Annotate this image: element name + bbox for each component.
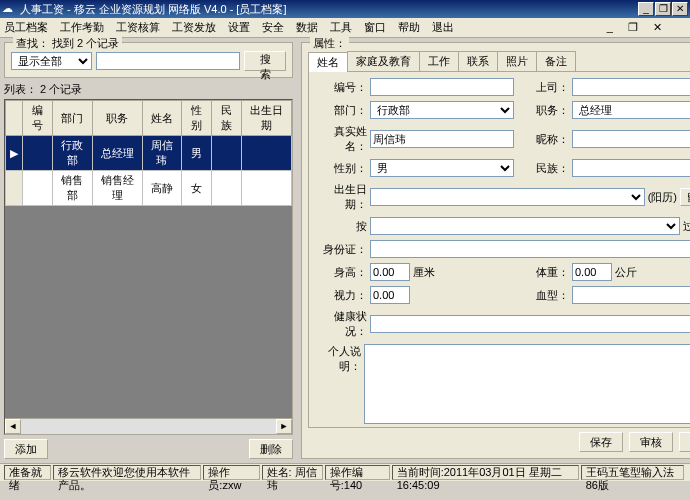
col-dept[interactable]: 部门 (52, 101, 92, 136)
status-ready: 准备就绪 (4, 465, 51, 480)
col-id[interactable]: 编号 (23, 101, 53, 136)
grid-corner (6, 101, 23, 136)
status-welcome: 移云软件欢迎您使用本软件产品。 (53, 465, 201, 480)
properties-label: 属性： (310, 36, 349, 51)
lbl-nick: 昵称： (517, 132, 569, 147)
fld-realname[interactable] (370, 130, 514, 148)
close-window-button[interactable]: ✕ (672, 2, 688, 16)
fld-nick[interactable] (572, 130, 690, 148)
tab-photo[interactable]: 照片 (497, 51, 537, 71)
fld-ethnic[interactable] (572, 159, 690, 177)
delete-button[interactable]: 删除 (249, 439, 293, 459)
menu-salary-calc[interactable]: 工资核算 (116, 20, 160, 35)
tab-work[interactable]: 工作 (419, 51, 459, 71)
mdi-close-button[interactable]: ✕ (653, 21, 662, 34)
employee-grid[interactable]: 编号 部门 职务 姓名 性别 民族 出生日期 ▶行政部总经理周信玮男销售部销售经… (4, 99, 293, 435)
lbl-height: 身高： (315, 265, 367, 280)
col-sex[interactable]: 性别 (182, 101, 212, 136)
lbl-ethnic: 民族： (517, 161, 569, 176)
save-button[interactable]: 保存 (579, 432, 623, 452)
search-button[interactable]: 搜索 (244, 51, 286, 71)
fld-sex[interactable]: 男 (370, 159, 514, 177)
lbl-eyesight: 视力： (315, 288, 367, 303)
col-ethnic[interactable]: 民族 (212, 101, 242, 136)
lbl-boss: 上司： (517, 80, 569, 95)
tab-remark[interactable]: 备注 (536, 51, 576, 71)
close-button[interactable]: 关闭 (679, 432, 690, 452)
lbl-idcard: 身份证： (315, 242, 367, 257)
menu-tools[interactable]: 工具 (330, 20, 352, 35)
restore-button[interactable]: ❐ (655, 2, 671, 16)
col-name[interactable]: 姓名 (142, 101, 182, 136)
birth-note: (阳历) (648, 190, 677, 205)
title-bar: ☁ 人事工资 - 移云 企业资源规划 网络版 V4.0 - [员工档案] _ ❐… (0, 0, 690, 18)
status-name: 姓名: 周信玮 (262, 465, 323, 480)
lbl-health: 健康状况： (315, 309, 367, 339)
list-label: 列表： (4, 83, 37, 95)
table-row[interactable]: 销售部销售经理高静女 (6, 171, 292, 206)
minimize-button[interactable]: _ (638, 2, 654, 16)
fld-blood[interactable] (572, 286, 690, 304)
lbl-id: 编号： (315, 80, 367, 95)
status-time: 当前时间:2011年03月01日 星期二 16:45:09 (392, 465, 579, 480)
review-button[interactable]: 审核 (629, 432, 673, 452)
form-panel: 编号： 上司： 部门：行政部 职务：总经理 真实姓名： 昵称： 性别：男 民族：… (308, 72, 690, 428)
mdi-min-button[interactable]: _ (607, 21, 613, 33)
lbl-sex: 性别： (315, 161, 367, 176)
fld-boss[interactable] (572, 78, 690, 96)
menu-exit[interactable]: 退出 (432, 20, 454, 35)
lbl-job: 职务： (517, 103, 569, 118)
unit-kg: 公斤 (615, 265, 637, 280)
menu-help[interactable]: 帮助 (398, 20, 420, 35)
fld-weight[interactable] (572, 263, 612, 281)
tab-name[interactable]: 姓名 (308, 52, 348, 72)
search-group: 查找： 找到 2 个记录 显示全部 搜索 (4, 42, 293, 78)
properties-group: 属性： 姓名 家庭及教育 工作 联系 照片 备注 编号： 上司： 部门：行政部 … (301, 42, 690, 459)
add-button[interactable]: 添加 (4, 439, 48, 459)
search-input[interactable] (96, 52, 240, 70)
scroll-right-icon[interactable]: ► (276, 419, 292, 434)
fld-idcard[interactable] (370, 240, 690, 258)
fld-health[interactable] (370, 315, 690, 333)
search-label: 查找： (16, 37, 49, 49)
fld-dept[interactable]: 行政部 (370, 101, 514, 119)
fld-desc[interactable] (364, 344, 690, 424)
unit-cm: 厘米 (413, 265, 435, 280)
fld-id[interactable] (370, 78, 514, 96)
fld-birthday-by[interactable] (370, 217, 680, 235)
birth-clear-button[interactable]: 留空 (680, 188, 690, 206)
lbl-birthday: 过生日 (683, 219, 690, 234)
app-icon: ☁ (2, 2, 16, 16)
fld-eyesight[interactable] (370, 286, 410, 304)
menu-window[interactable]: 窗口 (364, 20, 386, 35)
col-birth[interactable]: 出生日期 (242, 101, 292, 136)
menu-salary-pay[interactable]: 工资发放 (172, 20, 216, 35)
menu-attendance[interactable]: 工作考勤 (60, 20, 104, 35)
menu-security[interactable]: 安全 (262, 20, 284, 35)
mdi-restore-button[interactable]: ❐ (628, 21, 638, 34)
fld-birth[interactable] (370, 188, 645, 206)
lbl-weight: 体重： (517, 265, 569, 280)
fld-height[interactable] (370, 263, 410, 281)
status-ime: 王码五笔型输入法86版 (581, 465, 684, 480)
window-title: 人事工资 - 移云 企业资源规划 网络版 V4.0 - [员工档案] (20, 2, 638, 17)
lbl-by: 按 (315, 219, 367, 234)
tab-family[interactable]: 家庭及教育 (347, 51, 420, 71)
search-mode-select[interactable]: 显示全部 (11, 52, 92, 70)
status-operator: 操作员:zxw (203, 465, 259, 480)
search-count: 找到 2 个记录 (52, 37, 119, 49)
tab-contact[interactable]: 联系 (458, 51, 498, 71)
grid-hscroll[interactable]: ◄► (5, 418, 292, 434)
scroll-left-icon[interactable]: ◄ (5, 419, 21, 434)
menu-bar: 员工档案 工作考勤 工资核算 工资发放 设置 安全 数据 工具 窗口 帮助 退出… (0, 18, 690, 38)
menu-employee[interactable]: 员工档案 (4, 20, 48, 35)
fld-job[interactable]: 总经理 (572, 101, 690, 119)
menu-settings[interactable]: 设置 (228, 20, 250, 35)
table-row[interactable]: ▶行政部总经理周信玮男 (6, 136, 292, 171)
lbl-birth: 出生日期： (315, 182, 367, 212)
lbl-blood: 血型： (517, 288, 569, 303)
col-job[interactable]: 职务 (92, 101, 142, 136)
menu-data[interactable]: 数据 (296, 20, 318, 35)
list-count: 2 个记录 (40, 83, 82, 95)
lbl-desc: 个人说明： (315, 344, 361, 374)
